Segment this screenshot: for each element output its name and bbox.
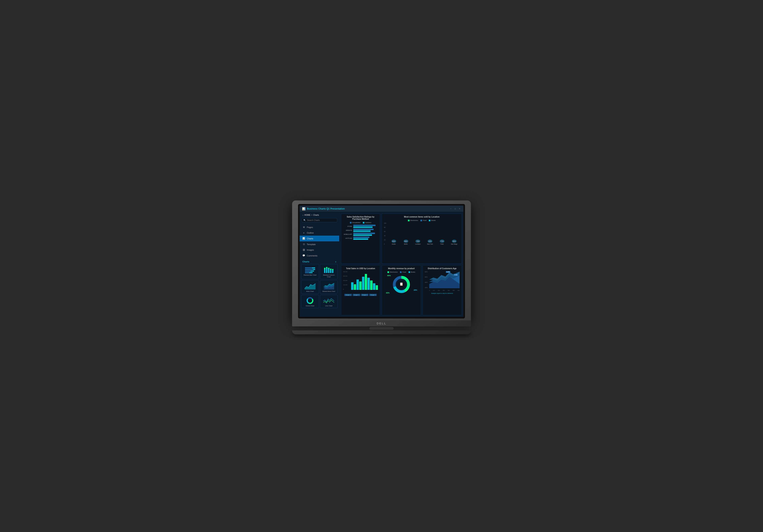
svg-rect-5 (305, 270, 311, 271)
hbar-label-untitled: UNTITLED (343, 238, 352, 239)
chart4-legend: Electronics Food Books (384, 271, 419, 273)
laptop-base (292, 330, 471, 334)
legend-satisfied: Satisfied (363, 222, 372, 224)
stacked-bar-visual (303, 266, 317, 273)
sidebar-charts-section: Charts ∨ (300, 259, 339, 264)
y-0: 0 (384, 243, 388, 245)
group-berlin-label: Berlin (404, 243, 408, 245)
stacked-area-label: Stcked Area Chart (321, 290, 336, 292)
chart-sales-satisfaction: Sales Satisfaction Ratings by Purchase M… (341, 214, 380, 264)
stacked-bar-label: Stacked Bar Chart (303, 274, 317, 276)
bar3-7 (368, 278, 370, 290)
chart3-body: 400,000 300,000 200,000 100,000 0 (343, 271, 378, 293)
hbar-bars-untitled (353, 237, 378, 240)
breadcrumb-home[interactable]: HOME (304, 214, 310, 216)
legend4-label-electronics: Electronics (390, 271, 397, 273)
trackpad[interactable] (370, 327, 393, 330)
stacked-area-visual (321, 282, 336, 290)
stacked-column-visual (321, 266, 336, 273)
group-austin-label: Austin (392, 243, 395, 245)
chart4-title: Monthly revenue by product (384, 267, 419, 269)
chart1-title: Sales Satisfaction Ratings by Purchase M… (343, 216, 378, 220)
sidebar-item-label-outline: Outline (307, 232, 314, 234)
chart5-xaxis: 0 100 200 300 400 500 600 (429, 290, 460, 291)
sidebar-item-charts[interactable]: 📊 Charts (300, 236, 339, 241)
scope1-button[interactable]: Scope 1 (344, 294, 352, 296)
group-newyork-label: New York (427, 243, 433, 245)
x5-100: 100 (433, 290, 435, 291)
legend-dot-electronics (408, 220, 409, 221)
app-icon: 📊 (302, 207, 305, 210)
sidebar-item-outline[interactable]: ≡ Outline (300, 230, 339, 236)
chart-thumb-line[interactable]: Line Chart (320, 295, 338, 308)
chart2-legend: Electronics Food Books (384, 220, 460, 221)
group-london: 79% Londaon (412, 243, 423, 245)
chart-thumb-area[interactable]: Area Chart (301, 280, 319, 294)
svg-rect-15 (330, 268, 331, 270)
chart3-bars (351, 271, 378, 293)
chart-thumb-stacked-bar[interactable]: Stacked Bar Chart (301, 264, 319, 279)
group-paris: 77% Paris (437, 243, 448, 245)
sidebar-item-pages[interactable]: ⊞ Pages (300, 224, 339, 230)
y3-200k: 200,000 (343, 280, 351, 281)
legend4-dot-books (408, 271, 410, 273)
area-chart-svg: 6,455 4,566 (429, 271, 460, 288)
legend-label-food: Food (423, 220, 426, 221)
app-title: Business Charts Q1 Presentation (307, 207, 449, 210)
chart-thumb-donut[interactable]: Donut Chart (301, 295, 319, 308)
scope3-button[interactable]: Scope 3 (361, 294, 369, 296)
chart-thumb-stacked-column[interactable]: Stacked Column Chart (320, 264, 338, 279)
stacked-column-label: Stacked Column Chart (321, 274, 336, 278)
chart2-groups: 64% Austin (388, 223, 460, 248)
y-100: 100 (384, 223, 388, 224)
search-input[interactable] (307, 219, 335, 221)
svg-rect-3 (305, 269, 313, 270)
sidebar-item-comments[interactable]: 💬 Comments (300, 253, 339, 259)
svg-rect-1 (305, 267, 312, 268)
hbar-container: STORE WEBSITE (343, 225, 378, 240)
bar3-5 (362, 277, 365, 290)
scope4-button[interactable]: Scope 4 (369, 294, 377, 296)
legend4-books: Books (408, 271, 415, 273)
sidebar-charts-arrow[interactable]: ∨ (335, 261, 336, 263)
breadcrumb-separator: > (311, 214, 312, 216)
hbar-website-dissatisfied (353, 229, 374, 230)
minimize-button[interactable]: − (449, 207, 452, 210)
sidebar-item-template[interactable]: ⊡ Template (300, 241, 339, 247)
legend-label-electronics: Electronics (410, 220, 418, 221)
pct-sandiego: 95% (452, 240, 456, 243)
bar3-6 (365, 274, 367, 290)
chart-thumb-stacked-area[interactable]: Stcked Area Chart (320, 280, 338, 294)
y-60: 60 (384, 231, 388, 232)
pct-london: 79% (416, 240, 420, 243)
maximize-button[interactable]: □ (454, 207, 457, 210)
main-content: Sales Satisfaction Ratings by Purchase M… (339, 212, 463, 317)
legend-books: Books (429, 220, 436, 221)
group-newyork: 42% New York (425, 243, 436, 245)
legend4-label-books: Books (411, 271, 415, 273)
sidebar-item-images[interactable]: 🖼 Images (300, 247, 339, 253)
pct-austin: 64% (391, 240, 396, 243)
x5-500: 500 (453, 290, 455, 291)
pct-30: 30% (387, 274, 391, 276)
x5-400: 400 (448, 290, 450, 291)
laptop-bottom: DELL (292, 320, 471, 326)
hbar-untitled-satisfied (353, 238, 368, 240)
sidebar-item-label-images: Images (307, 249, 314, 251)
scope2-button[interactable]: Scope 2 (353, 294, 360, 296)
hbar-untitled-dissatisfied (353, 237, 370, 238)
area-label: Area Chart (303, 290, 317, 292)
search-box[interactable]: 🔍 (302, 218, 337, 222)
hbar-bars-store (353, 225, 378, 228)
close-button[interactable]: × (458, 207, 461, 210)
y-40: 40 (384, 235, 388, 236)
hbar-bars-website (353, 229, 378, 232)
chart5-note: Analysis report is only for reference (431, 293, 453, 294)
legend-dot-food (420, 220, 422, 221)
y5-60: 60% (425, 276, 429, 278)
y3-0: 0 (343, 289, 351, 290)
webcam (381, 198, 382, 199)
home-icon: ⌂ (302, 214, 304, 216)
images-icon: 🖼 (302, 249, 305, 251)
area-visual (303, 282, 317, 290)
